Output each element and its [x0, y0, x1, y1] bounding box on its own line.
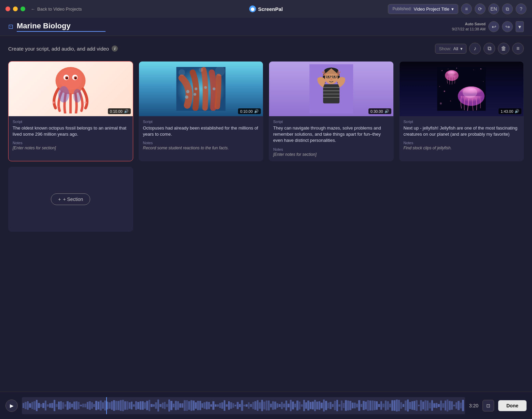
card-4-duration: 1:43.00 🔊	[499, 108, 521, 114]
svg-point-40	[456, 68, 457, 68]
card-1-script-label: Script	[13, 120, 129, 124]
menu-icon-btn[interactable]: ≡	[461, 3, 472, 14]
octopus-photo-image	[151, 67, 251, 111]
list-view-icon-btn[interactable]: ≡	[512, 43, 524, 54]
auto-saved: Auto Saved 9/27/22 at 11:38 AM	[452, 22, 486, 32]
add-section-card[interactable]: + + Section	[8, 167, 133, 232]
card-4-script[interactable]: Next up - jellyfish! Jellyfish are one o…	[404, 125, 520, 137]
jellyfish-image	[412, 67, 511, 111]
window-controls	[5, 6, 25, 11]
svg-point-15	[185, 95, 188, 99]
card-2-notes[interactable]: Record some student reactions to the fun…	[143, 146, 259, 150]
card-2-thumbnail: 0:10.00 🔊	[139, 62, 263, 116]
card-4-notes[interactable]: Find stock clips of jellyfish.	[404, 146, 520, 150]
card-1[interactable]: 0:10.00 🔊 Script The oldest known octopu…	[8, 61, 133, 161]
woman-thumb	[269, 62, 393, 116]
close-button[interactable]	[5, 6, 10, 11]
svg-point-48	[448, 71, 454, 76]
card-1-thumbnail: 0:10.00 🔊	[9, 62, 133, 116]
help-icon-btn[interactable]: ?	[516, 3, 527, 14]
card-4[interactable]: 1:43.00 🔊 Script Next up - jellyfish! Je…	[399, 61, 524, 161]
redo-button[interactable]: ↪	[502, 21, 513, 32]
svg-point-28	[327, 76, 329, 78]
card-1-script[interactable]: The oldest known octopus fossil belongs …	[13, 125, 129, 137]
card-3-notes[interactable]: [Enter notes for section]	[273, 152, 389, 157]
card-3-script-label: Script	[273, 120, 389, 124]
svg-point-11	[57, 106, 58, 108]
card-3-script[interactable]: They can navigate through mazes, solve p…	[273, 125, 389, 144]
add-section-label: + Section	[63, 197, 83, 202]
timeline-duration: 3:20	[469, 403, 478, 408]
layers-icon-btn[interactable]: ⧉	[502, 3, 513, 14]
timeline-bar: ▶ 1:08.00 3:20 ⊡ Done	[0, 392, 532, 419]
dropdown-arrow-icon: ▾	[451, 6, 454, 12]
svg-rect-31	[323, 84, 339, 103]
minimize-button[interactable]	[13, 6, 18, 11]
info-icon[interactable]: i	[112, 45, 118, 52]
svg-point-14	[186, 90, 190, 93]
expand-button[interactable]: ▾	[516, 21, 524, 32]
back-arrow-icon: ←	[31, 6, 35, 12]
woman-image	[288, 64, 375, 113]
timeline-track[interactable]: 1:08.00	[22, 397, 465, 414]
svg-point-49	[444, 91, 445, 92]
card-1-body: Script The oldest known octopus fossil b…	[9, 116, 133, 154]
svg-point-42	[480, 68, 481, 69]
header-right: Published: Video Project Title ▾ ≡ ⟳ EN …	[388, 3, 527, 14]
show-dropdown-icon: ▾	[460, 46, 463, 51]
show-value: All	[453, 46, 458, 51]
svg-point-50	[450, 100, 451, 102]
card-4-thumbnail: 1:43.00 🔊	[400, 62, 524, 116]
back-nav-label: Back to Video Projects	[37, 6, 82, 12]
project-title-input[interactable]	[17, 22, 106, 32]
published-value: Video Project Title	[414, 6, 449, 12]
transcript-button[interactable]: ⊡	[482, 400, 494, 411]
svg-point-44	[483, 81, 484, 82]
octopus-art-image	[15, 64, 126, 113]
card-2[interactable]: 0:10.00 🔊 Script Octopuses had already b…	[139, 61, 264, 161]
undo-button[interactable]: ↩	[488, 21, 499, 32]
svg-point-8	[58, 86, 69, 103]
svg-point-10	[53, 102, 55, 104]
back-nav[interactable]: ← Back to Video Projects	[31, 6, 82, 12]
svg-point-22	[199, 68, 203, 72]
jellyfish-thumb	[400, 62, 524, 116]
card-3-thumbnail: 0:30.00 🔊	[269, 62, 393, 116]
waveform	[22, 397, 465, 414]
card-1-duration: 0:10.00 🔊	[108, 108, 131, 114]
card-2-duration: 0:10.00 🔊	[238, 108, 261, 114]
card-4-notes-label: Notes	[404, 141, 520, 145]
done-button[interactable]: Done	[498, 400, 527, 411]
svg-point-43	[439, 86, 440, 87]
delete-icon-btn[interactable]: 🗑	[498, 43, 509, 54]
copy-icon-btn[interactable]: ⧉	[484, 43, 495, 54]
title-bar: ← Back to Video Projects ⬤ ScreenPal Pub…	[0, 0, 532, 18]
card-4-script-label: Script	[404, 120, 520, 124]
language-icon-btn[interactable]: EN	[488, 3, 499, 14]
show-filter[interactable]: Show: All ▾	[435, 44, 466, 54]
header-actions: Auto Saved 9/27/22 at 11:38 AM ↩ ↪ ▾	[452, 21, 524, 32]
card-3-body: Script They can navigate through mazes, …	[269, 116, 393, 161]
svg-point-16	[195, 87, 197, 90]
add-section-button[interactable]: + + Section	[51, 193, 90, 205]
svg-point-20	[179, 69, 185, 76]
card-1-notes[interactable]: [Enter notes for section]	[13, 146, 129, 150]
history-icon-btn[interactable]: ⟳	[475, 3, 486, 14]
content-toolbar: Create your script, add audio, and add v…	[8, 43, 524, 54]
plus-icon: +	[58, 197, 61, 202]
toolbar-right: Show: All ▾ ♪ ⧉ 🗑 ≡	[435, 43, 524, 54]
play-button[interactable]: ▶	[5, 400, 18, 412]
music-icon-btn[interactable]: ♪	[469, 43, 481, 54]
add-row: + + Section	[8, 167, 524, 232]
svg-point-6	[66, 77, 68, 79]
card-1-notes-label: Notes	[13, 141, 129, 145]
card-3[interactable]: 0:30.00 🔊 Script They can navigate throu…	[269, 61, 394, 161]
published-button[interactable]: Published: Video Project Title ▾	[388, 4, 458, 14]
card-2-script[interactable]: Octopuses had already been established f…	[143, 125, 259, 137]
maximize-button[interactable]	[20, 6, 25, 11]
octopus-art-thumb	[9, 62, 133, 116]
svg-point-39	[448, 69, 448, 69]
svg-point-19	[213, 87, 215, 90]
card-2-script-label: Script	[143, 120, 259, 124]
timeline-playhead	[106, 397, 107, 414]
